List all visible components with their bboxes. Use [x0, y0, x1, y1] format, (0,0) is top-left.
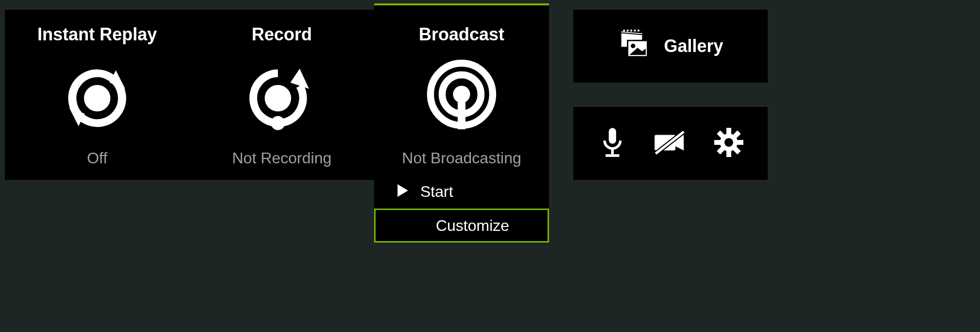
- svg-point-0: [84, 85, 110, 111]
- broadcast-menu: Start Customize: [374, 175, 549, 243]
- svg-point-3: [265, 85, 291, 111]
- broadcast-icon: [423, 59, 500, 137]
- broadcast-title: Broadcast: [419, 24, 504, 45]
- svg-point-41: [724, 138, 733, 147]
- gear-icon: [714, 128, 743, 159]
- camera-off-icon: [653, 129, 689, 158]
- overlay-container: Instant Replay Off Record: [0, 0, 980, 190]
- main-panel: Instant Replay Off Record: [5, 10, 549, 180]
- gallery-label: Gallery: [664, 36, 723, 56]
- gallery-icon: [618, 30, 654, 63]
- settings-button[interactable]: [712, 126, 746, 160]
- record-title: Record: [252, 24, 312, 45]
- record-status: Not Recording: [232, 149, 332, 167]
- svg-rect-32: [726, 128, 731, 135]
- microphone-button[interactable]: [595, 126, 629, 160]
- instant-replay-status: Off: [87, 149, 107, 167]
- svg-rect-33: [726, 150, 731, 157]
- instant-replay-title: Instant Replay: [37, 24, 157, 45]
- svg-rect-9: [458, 98, 465, 129]
- svg-rect-25: [605, 154, 619, 157]
- quick-icon-row: [573, 107, 768, 180]
- record-tile[interactable]: Record Not Recording: [189, 10, 374, 180]
- svg-point-5: [271, 116, 285, 130]
- broadcast-start-label: Start: [420, 183, 453, 201]
- broadcast-tile[interactable]: Broadcast Not Broadcasting: [374, 10, 549, 180]
- broadcast-customize-button[interactable]: Customize: [374, 209, 549, 243]
- svg-rect-24: [611, 148, 613, 154]
- instant-replay-icon: [58, 59, 136, 137]
- svg-rect-35: [737, 140, 743, 145]
- svg-point-21: [631, 43, 636, 48]
- record-icon: [243, 59, 321, 137]
- instant-replay-tile[interactable]: Instant Replay Off: [5, 10, 189, 180]
- camera-button[interactable]: [653, 126, 688, 160]
- gallery-tile[interactable]: Gallery: [573, 10, 768, 83]
- play-icon: [397, 183, 408, 201]
- svg-marker-10: [397, 184, 408, 197]
- broadcast-start-button[interactable]: Start: [374, 175, 549, 209]
- microphone-icon: [599, 127, 626, 160]
- side-column: Gallery: [573, 10, 768, 180]
- svg-rect-34: [714, 140, 721, 145]
- svg-rect-23: [608, 128, 616, 144]
- broadcast-status: Not Broadcasting: [402, 149, 521, 167]
- broadcast-card: Broadcast Not Broadcasting: [374, 3, 549, 243]
- broadcast-customize-label: Customize: [397, 217, 548, 235]
